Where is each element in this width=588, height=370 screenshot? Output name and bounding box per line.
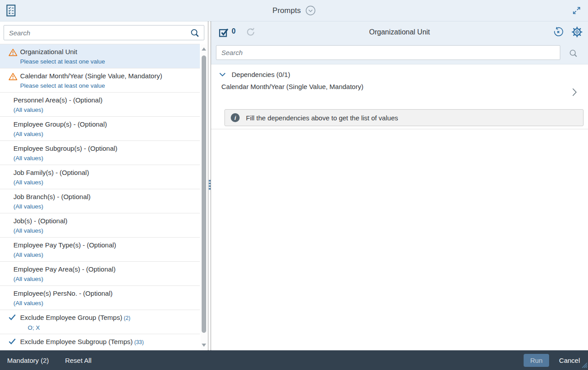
info-message-strip: i Fill the dependencies above to get the… [224,109,584,126]
search-icon[interactable] [190,28,200,40]
cancel-button[interactable]: Cancel [559,357,580,364]
dependencies-label: Dependencies (0/1) [232,71,290,78]
reset-values-icon[interactable] [553,26,564,39]
info-icon: i [231,113,240,122]
pane-splitter[interactable] [208,21,211,350]
prompt-list-item[interactable]: Employee Subgroup(s) - (Optional)(All va… [0,141,200,165]
prompt-item-count: (2) [122,315,130,321]
dependencies-header[interactable]: Dependencies (0/1) [211,64,588,78]
prompt-list-item[interactable]: Employee Pay Area(s) - (Optional)(All va… [0,262,200,286]
prompt-item-text: Job Family(s) - (Optional)(All values) [13,168,195,187]
resize-grip-icon[interactable] [582,362,588,370]
prompt-list-item[interactable]: Organizational UnitPlease select at leas… [0,44,200,68]
warning-icon [8,48,17,58]
prompt-list-item[interactable]: Personnel Area(s) - (Optional)(All value… [0,93,200,117]
prompt-item-subtitle: (All values) [13,106,195,114]
prompt-item-text: Personnel Area(s) - (Optional)(All value… [13,96,195,114]
prompt-item-text: Organizational UnitPlease select at leas… [20,47,195,66]
prompt-list: Organizational UnitPlease select at leas… [0,44,200,350]
prompt-item-subtitle: Please select at least one value [20,82,195,90]
prompt-list-item[interactable]: Job(s) - (Optional)(All values) [0,213,200,238]
scrollbar-thumb[interactable] [202,55,206,333]
run-button[interactable]: Run [524,354,550,367]
check-icon [8,314,16,322]
prompt-list-item[interactable]: Calendar Month/Year (Single Value, Manda… [0,68,200,93]
search-icon[interactable] [569,49,578,60]
prompt-item-title: Employee Group(s) - (Optional) [13,120,195,129]
prompt-item-text: Employee(s) PersNo. - (Optional)(All val… [13,289,195,307]
prompt-item-title: Calendar Month/Year (Single Value, Manda… [20,72,195,81]
prompt-list-item[interactable]: Employee Group(s) - (Optional)(All value… [0,117,200,141]
chevron-down-icon [219,72,226,77]
prompt-search-input[interactable] [4,25,204,40]
prompt-item-count: (33) [133,339,144,345]
prompt-item-title: Job(s) - (Optional) [13,217,195,225]
prompt-item-text: Employee Pay Area(s) - (Optional)(All va… [13,265,195,283]
value-toolbar: 0 Organizational Unit [211,21,588,43]
prompt-item-title: Exclude Employee Subgroup (Temps) (33) [20,337,195,347]
prompt-list-item[interactable]: Exclude Employee Group (Temps) (2)O; X [0,310,200,334]
prompt-item-title: Employee Subgroup(s) - (Optional) [13,144,195,153]
prompt-item-title: Job Family(s) - (Optional) [13,168,195,177]
scroll-down-icon[interactable] [202,344,206,347]
prompt-list-item[interactable]: Employee Pay Type(s) - (Optional)(All va… [0,238,200,262]
prompt-item-text: Job(s) - (Optional)(All values) [13,217,195,235]
prompt-item-text: Employee Subgroup(s) - (Optional)(All va… [13,144,195,162]
prompt-item-title: Employee Pay Type(s) - (Optional) [13,241,195,250]
value-pane-title: Organizational Unit [211,21,588,43]
value-pane-body: Dependencies (0/1) Calendar Month/Year (… [211,64,588,129]
prompt-item-subtitle: (All values) [13,251,195,259]
prompt-item-subtitle: Please select at least one value [20,58,195,66]
scroll-up-icon[interactable] [202,47,206,51]
content-divider [211,129,588,129]
value-selection-pane: 0 Organizational Unit [211,21,588,350]
prompt-item-text: Job Branch(s) - (Optional)(All values) [13,192,195,211]
warning-icon [8,72,17,82]
prompt-list-item[interactable]: Job Family(s) - (Optional)(All values) [0,165,200,189]
splitter-grip-icon [208,179,211,191]
check-icon [8,338,16,346]
prompt-item-text: Exclude Employee Subgroup (Temps) (33) [20,337,195,347]
chevron-down-circle-icon[interactable] [305,5,316,16]
dialog-title: Prompts [272,6,300,15]
prompt-item-subtitle: (All values) [13,130,195,138]
prompt-item-text: Employee Pay Type(s) - (Optional)(All va… [13,241,195,259]
prompt-item-subtitle: (All values) [13,203,195,211]
prompt-item-subtitle: O; X [20,324,195,332]
dependency-item[interactable]: Calendar Month/Year (Single Value, Manda… [211,82,588,107]
prompt-item-title: Employee Pay Area(s) - (Optional) [13,265,195,274]
prompt-list-pane: Organizational UnitPlease select at leas… [0,21,208,350]
prompt-item-subtitle: (All values) [13,299,195,307]
prompt-item-text: Calendar Month/Year (Single Value, Manda… [20,72,195,90]
main-area: Organizational UnitPlease select at leas… [0,21,588,350]
expand-icon[interactable] [572,6,581,17]
prompt-item-text: Employee Group(s) - (Optional)(All value… [13,120,195,138]
prompt-item-title: Employee(s) PersNo. - (Optional) [13,289,195,298]
prompt-item-subtitle: (All values) [13,227,195,235]
value-search-row [211,43,588,64]
prompt-item-title: Job Branch(s) - (Optional) [13,192,195,201]
prompt-item-title: Exclude Employee Group (Temps) (2) [20,313,195,323]
prompt-item-subtitle: (All values) [13,154,195,162]
prompt-item-subtitle: (All values) [13,275,195,283]
prompt-item-text: Exclude Employee Group (Temps) (2)O; X [20,313,195,332]
left-scrollbar [201,44,207,350]
value-search-input[interactable] [216,45,560,60]
chevron-right-icon [572,88,577,98]
prompt-list-item[interactable]: Employee(s) PersNo. - (Optional)(All val… [0,286,200,310]
info-message: Fill the dependencies above to get the l… [246,114,398,122]
footer-bar: Mandatory (2) Reset All Run Cancel [0,350,588,370]
reset-all-button[interactable]: Reset All [65,357,91,364]
prompt-list-item[interactable]: Job Branch(s) - (Optional)(All values) [0,189,200,213]
dialog-title-group: Prompts [0,0,588,21]
prompt-item-title: Organizational Unit [20,47,195,56]
prompt-list-item[interactable]: Exclude Employee Subgroup (Temps) (33) [0,334,200,350]
dependency-item-label: Calendar Month/Year (Single Value, Manda… [221,82,588,91]
mandatory-filter[interactable]: Mandatory (2) [7,357,49,364]
title-bar: Prompts [0,0,588,21]
prompt-item-title: Personnel Area(s) - (Optional) [13,96,195,105]
prompt-item-subtitle: (All values) [13,179,195,187]
gear-icon[interactable] [571,26,583,39]
